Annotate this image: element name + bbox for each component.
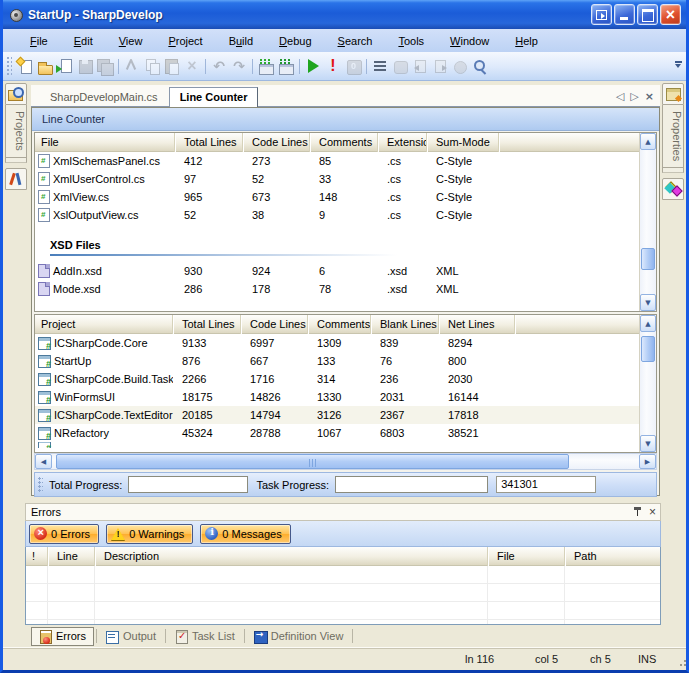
maximize-icon[interactable]	[637, 4, 658, 25]
scroll-left-icon[interactable]: ◀	[35, 454, 52, 469]
toolbar-grip[interactable]	[6, 56, 12, 76]
file-row[interactable]: XmlView.cs 965 673 148 .cs C-Style	[35, 188, 639, 206]
paste-icon[interactable]	[162, 57, 182, 76]
column-header[interactable]: Extension	[378, 133, 427, 152]
column-header[interactable]: Project	[35, 315, 173, 334]
tool-window-tab[interactable]: Output	[99, 628, 163, 645]
delete-icon[interactable]	[182, 57, 202, 76]
column-header[interactable]: !	[26, 547, 48, 566]
column-header[interactable]	[515, 315, 639, 334]
scrollbar-thumb[interactable]	[56, 454, 569, 469]
sidebar-item-tools[interactable]	[5, 168, 27, 190]
document-tab[interactable]: Line Counter	[169, 87, 259, 107]
column-header[interactable]: Blank Lines	[371, 315, 439, 334]
separator[interactable]	[296, 57, 303, 76]
scroll-down-icon[interactable]: ▼	[640, 435, 656, 452]
open-icon[interactable]	[35, 57, 55, 76]
prev-tab-icon[interactable]: ◁	[616, 90, 624, 103]
filter-button[interactable]: 0 Errors	[29, 524, 99, 544]
close-tab-icon[interactable]: ×	[645, 90, 654, 103]
project-row[interactable]: ICSharpCode.Build.Tasks 2266 1716 314 23…	[35, 370, 639, 388]
column-header[interactable]: Line	[48, 547, 95, 566]
file-row[interactable]: Mode.xsd 286 178 78 .xsd XML	[35, 280, 639, 298]
column-header[interactable]: Total Lines	[173, 315, 241, 334]
file-row[interactable]: XmlSchemasPanel.cs 412 273 85 .cs C-Styl…	[35, 152, 639, 170]
prev-bookmark-icon[interactable]	[410, 57, 430, 76]
redo-icon[interactable]	[229, 57, 249, 76]
new-file-icon[interactable]	[15, 57, 35, 76]
column-header[interactable]: Comments	[308, 315, 371, 334]
toolbar-overflow-icon[interactable]	[672, 53, 684, 79]
menu-item[interactable]: Window	[437, 32, 502, 50]
file-row[interactable]: XmlUserControl.cs 97 52 33 .cs C-Style	[35, 170, 639, 188]
column-header[interactable]	[499, 133, 639, 152]
column-header[interactable]: File	[35, 133, 175, 152]
sidebar-item-properties[interactable]: Properties	[662, 83, 684, 167]
undo-icon[interactable]	[209, 57, 229, 76]
run-icon[interactable]	[303, 57, 323, 76]
menu-item[interactable]: Build	[216, 32, 266, 50]
progress-strip-grip[interactable]	[38, 477, 43, 493]
pin-icon[interactable]	[632, 506, 643, 518]
column-header[interactable]: File	[488, 547, 565, 566]
filter-button[interactable]: 0 Warnings	[106, 524, 193, 544]
files-table-scrollbar[interactable]: ▲ ▼	[639, 133, 656, 311]
toggle-bookmark-icon[interactable]	[390, 57, 410, 76]
menu-item[interactable]: Search	[325, 32, 386, 50]
separator[interactable]	[115, 57, 122, 76]
cut-icon[interactable]	[122, 57, 142, 76]
file-row[interactable]: XslOutputView.cs 52 38 9 .cs C-Style	[35, 206, 639, 224]
column-header[interactable]: Code Lines	[243, 133, 310, 152]
stop-icon[interactable]	[323, 57, 343, 76]
next-tab-icon[interactable]: ▷	[630, 90, 638, 103]
next-bookmark-icon[interactable]	[430, 57, 450, 76]
resize-grip[interactable]	[680, 664, 682, 666]
menu-item[interactable]: View	[106, 32, 156, 50]
column-header[interactable]: Sum-Mode	[427, 133, 499, 152]
open-file-icon[interactable]	[55, 57, 75, 76]
menu-item[interactable]: File	[17, 32, 61, 50]
scroll-down-icon[interactable]: ▼	[640, 294, 656, 311]
file-row[interactable]: AddIn.xsd 930 924 6 .xsd XML	[35, 262, 639, 280]
close-icon[interactable]	[660, 4, 681, 25]
horizontal-scrollbar[interactable]: ◀ ▶	[34, 453, 657, 470]
scrollbar-thumb[interactable]	[641, 336, 655, 362]
build-all-icon[interactable]	[276, 57, 296, 76]
scroll-up-icon[interactable]: ▲	[640, 315, 656, 332]
project-row[interactable]: ICSharpCode.TextEditor 20185 14794 3126 …	[35, 406, 639, 424]
project-row[interactable]: NRefactory 45324 28788 1067 6803 38521	[35, 424, 639, 442]
save-icon[interactable]	[75, 57, 95, 76]
projects-table-scrollbar[interactable]: ▲ ▼	[639, 315, 656, 452]
titlebar[interactable]: StartUp - SharpDevelop	[3, 0, 686, 29]
build-icon[interactable]	[256, 57, 276, 76]
search-icon[interactable]	[470, 57, 490, 76]
project-row[interactable]: StartUp 876 667 133 76 800	[35, 352, 639, 370]
menu-item[interactable]: Project	[155, 32, 215, 50]
menu-item[interactable]: Help	[502, 32, 551, 50]
document-tab[interactable]: SharpDevelopMain.cs	[39, 87, 169, 106]
scrollbar-thumb[interactable]	[641, 248, 655, 270]
scroll-right-icon[interactable]: ▶	[639, 454, 656, 469]
column-header[interactable]: Comments	[310, 133, 378, 152]
filter-button[interactable]: 0 Messages	[200, 524, 290, 544]
sidebar-item-classes[interactable]	[662, 178, 684, 200]
menu-item[interactable]: Tools	[385, 32, 437, 50]
separator[interactable]	[363, 57, 370, 76]
save-all-icon[interactable]	[95, 57, 115, 76]
separator[interactable]	[249, 57, 256, 76]
minimize-icon[interactable]	[614, 4, 635, 25]
tool-window-tab[interactable]: Definition View	[247, 628, 351, 645]
bookmark-list-icon[interactable]	[370, 57, 390, 76]
column-header[interactable]: Net Lines	[439, 315, 515, 334]
copy-icon[interactable]	[142, 57, 162, 76]
clipped-row[interactable]	[35, 442, 639, 448]
profiler-icon[interactable]	[343, 57, 363, 76]
menu-item[interactable]: Debug	[266, 32, 324, 50]
project-row[interactable]: ICSharpCode.Core 9133 6997 1309 839 8294	[35, 334, 639, 352]
project-row[interactable]: WinFormsUI 18175 14826 1330 2031 16144	[35, 388, 639, 406]
column-header[interactable]: Code Lines	[241, 315, 308, 334]
column-header[interactable]: Description	[95, 547, 488, 566]
menu-item[interactable]: Edit	[61, 32, 106, 50]
scroll-up-icon[interactable]: ▲	[640, 133, 656, 150]
close-panel-icon[interactable]: ×	[649, 506, 656, 518]
